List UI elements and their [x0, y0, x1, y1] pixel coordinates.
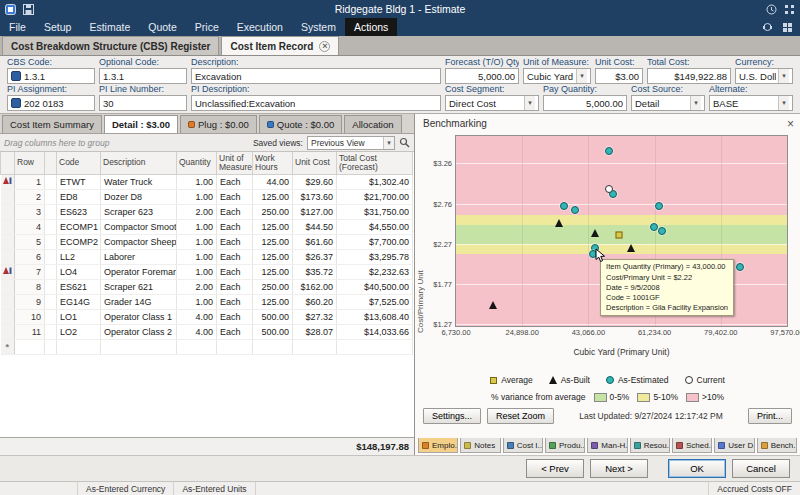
tab-plug-0-00[interactable]: Plug : $0.00 — [180, 115, 257, 133]
pay-quantity-input[interactable]: 5,000.00 — [543, 95, 627, 111]
cell-total-cost[interactable]: $40,500.00 — [337, 279, 413, 294]
column-header-row[interactable]: Row — [15, 152, 45, 174]
cell-uom[interactable]: Each — [217, 279, 253, 294]
cell-unit-cost[interactable]: $27.32 — [293, 309, 337, 324]
cell-unit-cost[interactable]: $35.72 — [293, 264, 337, 279]
cell-uom[interactable]: Each — [217, 234, 253, 249]
modules-grid-icon[interactable] — [782, 22, 793, 33]
cell-description[interactable]: Scraper 623 — [101, 204, 177, 219]
data-point-as-estimated[interactable] — [650, 223, 658, 231]
menu-price[interactable]: Price — [186, 18, 228, 36]
search-icon[interactable] — [399, 137, 410, 148]
cell-uom[interactable]: Each — [217, 219, 253, 234]
menu-system[interactable]: System — [292, 18, 345, 36]
column-header-blank[interactable] — [1, 152, 15, 174]
grid-row[interactable]: 8ES621Scraper 6212.00Each250.00$162.00$4… — [1, 279, 413, 294]
settings-button[interactable]: Settings... — [423, 408, 481, 424]
data-point-as-estimated[interactable] — [605, 147, 613, 155]
cbs-code-input[interactable]: 1.3.1 — [7, 68, 95, 84]
dropdown-arrow-icon[interactable]: ▾ — [778, 96, 789, 110]
column-header-description[interactable]: Description — [101, 152, 177, 174]
tab-detail-3-00[interactable]: Detail : $3.00 — [104, 115, 178, 133]
column-header-code[interactable]: Code — [57, 152, 101, 174]
cell-unit-cost[interactable]: $127.00 — [293, 204, 337, 219]
cell-quantity[interactable]: 2.00 — [177, 204, 217, 219]
doc-tab-cost-breakdown-structure-cbs-register[interactable]: Cost Breakdown Structure (CBS) Register — [2, 36, 219, 55]
doc-tab-cost-item-record[interactable]: Cost Item Record× — [221, 36, 339, 55]
reset-zoom-button[interactable]: Reset Zoom — [487, 408, 554, 424]
column-header-unit-of-measure[interactable]: Unit of Measure — [217, 152, 253, 174]
cell-unit-cost[interactable]: $26.37 — [293, 249, 337, 264]
data-point-as-estimated[interactable] — [560, 202, 568, 210]
saved-views-select[interactable]: Previous View ▾ — [307, 136, 395, 150]
cell-quantity[interactable]: 1.00 — [177, 174, 217, 189]
bottom-tab-man-h[interactable]: Man-H... — [587, 438, 627, 453]
cell-code[interactable]: ES621 — [57, 279, 101, 294]
menu-quote[interactable]: Quote — [139, 18, 186, 36]
cell-uom[interactable]: Each — [217, 309, 253, 324]
optional-code-input[interactable]: 1.3.1 — [99, 68, 187, 84]
cell-unit-cost[interactable]: $173.60 — [293, 189, 337, 204]
cell-total-cost[interactable]: $14,033.66 — [337, 324, 413, 339]
cell-code[interactable]: LO2 — [57, 324, 101, 339]
cell-code[interactable]: LO1 — [57, 309, 101, 324]
cell-description[interactable]: Dozer D8 — [101, 189, 177, 204]
support-icon[interactable] — [762, 22, 773, 33]
cell-code[interactable]: LO4 — [57, 264, 101, 279]
bottom-tab-produ[interactable]: Produ... — [545, 438, 585, 453]
cell-quantity[interactable]: 1.00 — [177, 189, 217, 204]
data-point-as-built[interactable] — [591, 229, 599, 237]
unit-cost-input[interactable]: $3.00 — [595, 68, 643, 84]
ok-button[interactable]: OK — [668, 459, 726, 478]
menu-execution[interactable]: Execution — [228, 18, 292, 36]
cell-unit-cost[interactable]: $28.07 — [293, 324, 337, 339]
cell-quantity[interactable]: 1.00 — [177, 294, 217, 309]
data-point-average[interactable] — [615, 231, 622, 238]
tab-close-icon[interactable]: × — [319, 41, 330, 52]
bottom-tab-user-d[interactable]: User D... — [714, 438, 754, 453]
cell-description[interactable]: Operator Class 2 — [101, 324, 177, 339]
dropdown-arrow-icon[interactable]: ▾ — [524, 96, 535, 110]
pi-line-number-input[interactable]: 30 — [99, 95, 187, 111]
cell-uom[interactable]: Each — [217, 294, 253, 309]
cell-work-hours[interactable]: 250.00 — [253, 279, 293, 294]
cell-code[interactable]: ETWT — [57, 174, 101, 189]
cell-unit-cost[interactable]: $44.50 — [293, 219, 337, 234]
cell-work-hours[interactable]: 125.00 — [253, 189, 293, 204]
bottom-tab-notes[interactable]: Notes — [460, 438, 500, 453]
cell-total-cost[interactable]: $4,550.00 — [337, 219, 413, 234]
data-point-as-built[interactable] — [489, 301, 497, 309]
cell-unit-cost[interactable]: $61.60 — [293, 234, 337, 249]
cell-code[interactable]: LL2 — [57, 249, 101, 264]
cell-total-cost[interactable]: $13,608.40 — [337, 309, 413, 324]
history-icon[interactable] — [766, 4, 777, 15]
cell-uom[interactable]: Each — [217, 264, 253, 279]
cell-description[interactable]: Compactor Smooth ... — [101, 219, 177, 234]
column-header-total-cost-forecast[interactable]: Total Cost (Forecast) — [337, 152, 413, 174]
unit-of-measure-input[interactable]: Cubic Yard▾ — [523, 68, 591, 84]
menu-setup[interactable]: Setup — [35, 18, 80, 36]
cell-uom[interactable]: Each — [217, 324, 253, 339]
grid-row[interactable]: 10LO1Operator Class 14.00Each500.00$27.3… — [1, 309, 413, 324]
bottom-tab-resou[interactable]: Resou... — [630, 438, 670, 453]
data-point-current[interactable] — [605, 185, 613, 193]
pi-assignment-input[interactable]: 202 0183 — [7, 95, 95, 111]
grid-row[interactable]: 3ES623Scraper 6232.00Each250.00$127.00$3… — [1, 204, 413, 219]
bottom-tab-emplo[interactable]: Emplo... — [418, 438, 458, 453]
cell-work-hours[interactable]: 250.00 — [253, 204, 293, 219]
data-point-as-built[interactable] — [627, 244, 635, 252]
cell-uom[interactable]: Each — [217, 189, 253, 204]
cell-quantity[interactable]: 1.00 — [177, 249, 217, 264]
cell-quantity[interactable]: 4.00 — [177, 324, 217, 339]
cell-total-cost[interactable]: $21,700.00 — [337, 189, 413, 204]
grid-row[interactable]: 5ECOMP2Compactor Sheeps ...1.00Each125.0… — [1, 234, 413, 249]
tab-cost-item-summary[interactable]: Cost Item Summary — [2, 115, 102, 133]
grid-row[interactable]: 9EG14GGrader 14G1.00Each125.00$60.20$7,5… — [1, 294, 413, 309]
new-row[interactable]: * — [1, 339, 413, 354]
cell-code[interactable]: ED8 — [57, 189, 101, 204]
cell-uom[interactable]: Each — [217, 204, 253, 219]
cell-total-cost[interactable]: $1,302.40 — [337, 174, 413, 189]
chart-plot-area[interactable]: $3.26$2.76$2.27$1.77$1.276,730.0024,898.… — [455, 135, 788, 327]
total-cost-input[interactable]: $149,922.88 — [647, 68, 731, 84]
data-point-as-estimated[interactable] — [736, 263, 744, 271]
